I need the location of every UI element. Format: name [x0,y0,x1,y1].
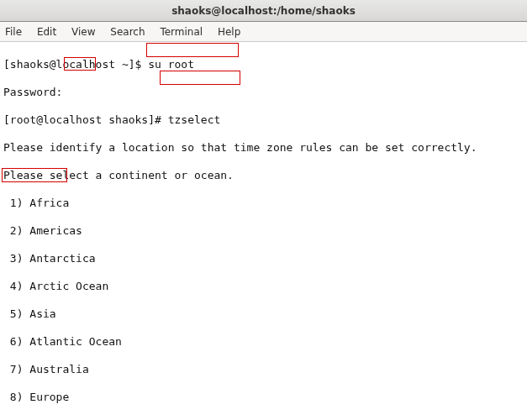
highlight-tzselect [160,71,240,85]
menu-view[interactable]: View [71,22,95,42]
term-line: 1) Africa [3,197,524,211]
menu-search[interactable]: Search [110,22,145,42]
menu-help[interactable]: Help [218,22,240,42]
window-titlebar: shaoks@localhost:/home/shaoks [0,0,527,22]
menu-terminal[interactable]: Terminal [160,22,203,42]
term-line: 8) Europe [3,391,524,405]
term-line: [shaoks@localhost ~]$ su root [3,58,524,72]
highlight-su-root [146,43,239,57]
term-line: Please identify a location so that time … [3,141,524,155]
term-line: Please select a continent or ocean. [3,169,524,183]
term-line: 3) Antarctica [3,252,524,266]
menubar: File Edit View Search Terminal Help [0,22,527,42]
term-line: 7) Australia [3,363,524,377]
term-line: 6) Atlantic Ocean [3,335,524,349]
term-line: 4) Arctic Ocean [3,280,524,294]
window-title: shaoks@localhost:/home/shaoks [171,5,356,17]
menu-edit[interactable]: Edit [37,22,56,42]
menu-file[interactable]: File [5,22,22,42]
term-line: 2) Americas [3,224,524,239]
term-line: [root@localhost shaoks]# tzselect [3,113,524,128]
term-line: Password: [3,86,524,100]
term-line: 5) Asia [3,307,524,322]
terminal-area[interactable]: [shaoks@localhost ~]$ su root Password: … [0,42,527,420]
